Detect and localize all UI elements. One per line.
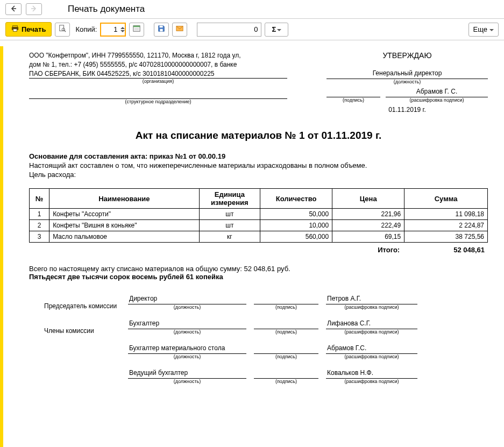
- preview-button[interactable]: [55, 23, 70, 37]
- basis-purpose: Цель расхода:: [29, 171, 488, 179]
- table-row: 2Конфеты "Вишня в коньяке"шт10,000222,49…: [30, 220, 488, 231]
- svg-rect-0: [13, 26, 18, 27]
- template-icon: [133, 25, 140, 34]
- commission-position-caption: (должность): [128, 379, 246, 384]
- cell-qty: 560,000: [260, 231, 332, 243]
- cell-num: 3: [30, 231, 49, 243]
- commission-signature-caption: (подпись): [254, 354, 318, 359]
- commission-row: Бухгалтер материального стола(должность)…: [29, 344, 488, 359]
- summary-line2: Пятьдесят две тысячи сорок восемь рублей…: [29, 273, 488, 281]
- back-button[interactable]: [5, 3, 22, 15]
- approve-title: УТВЕРЖДАЮ: [326, 51, 488, 60]
- commission-signature-field: (подпись): [254, 369, 318, 384]
- document-title: Акт на списание материалов № 1 от 01.11.…: [29, 130, 488, 141]
- cell-name: Масло пальмовое: [49, 231, 199, 243]
- struct-caption: (структурное подразделение): [29, 99, 287, 104]
- cell-unit: шт: [199, 220, 260, 231]
- sigma-label: Σ: [272, 25, 276, 33]
- commission-position-field: Бухгалтер(должность): [128, 320, 246, 335]
- arrow-right-icon: [31, 5, 37, 13]
- copies-spinner[interactable]: [100, 23, 126, 37]
- email-button[interactable]: [172, 23, 187, 37]
- basis-label: Основание для составления акта:: [29, 152, 150, 160]
- commission-name-field: Ковальков Н.Ф.(расшифровка подписи): [326, 369, 417, 384]
- organization-block: ООО "Конфетпром", ИНН 7799555550, 121170…: [29, 51, 287, 113]
- commission-position-caption: (должность): [128, 329, 246, 335]
- basis-text: Настоящий акт составлен о том, что нижеп…: [29, 161, 488, 169]
- total-label: Итого:: [378, 246, 400, 254]
- cell-sum: 2 224,87: [404, 220, 488, 231]
- org-line: ПАО СБЕРБАНК, БИК 044525225, к/с 3010181…: [29, 69, 287, 79]
- preview-icon: [59, 25, 66, 34]
- arrow-left-icon: [10, 5, 17, 13]
- commission-position-caption: (должность): [128, 304, 246, 310]
- cell-price: 222,49: [332, 220, 404, 231]
- commission-name-value: Абрамов Г.С.: [326, 344, 417, 354]
- svg-rect-8: [160, 29, 163, 31]
- document-body: ООО "Конфетпром", ИНН 7799555550, 121170…: [5, 40, 504, 384]
- template-button[interactable]: [129, 23, 144, 37]
- basis-block: Основание для составления акта: приказ №…: [29, 152, 488, 179]
- approve-date: 01.11.2019 г.: [326, 106, 488, 113]
- th-name: Наименование: [49, 189, 199, 209]
- commission-signature-field: (подпись): [254, 320, 318, 335]
- svg-rect-7: [160, 26, 163, 28]
- cell-num: 2: [30, 220, 49, 231]
- cell-num: 1: [30, 209, 49, 220]
- commission-position-value: Бухгалтер материального стола: [128, 344, 246, 354]
- commission-role-label: Председатель комиссии: [29, 302, 120, 310]
- commission-position-value: Бухгалтер: [128, 320, 246, 329]
- sum-button[interactable]: Σ: [265, 23, 288, 37]
- toolbar: Печать Копий: Σ Еще: [0, 19, 504, 40]
- position-value: Генеральный директор: [326, 69, 488, 79]
- summary-line1: Всего по настоящему акту списано материа…: [29, 265, 488, 273]
- commission-position-field: Бухгалтер материального стола(должность): [128, 344, 246, 359]
- commission-position-field: Ведущий бухгалтер(должность): [128, 369, 246, 384]
- svg-rect-2: [13, 29, 17, 31]
- struct-line: [29, 84, 287, 99]
- more-button[interactable]: Еще: [468, 23, 499, 37]
- org-caption: (организация): [29, 79, 287, 84]
- signature-box: [326, 88, 380, 97]
- commission-position-value: Ведущий бухгалтер: [128, 369, 246, 379]
- commission-row: Ведущий бухгалтер(должность)(подпись)Ков…: [29, 369, 488, 384]
- cell-qty: 10,000: [260, 220, 332, 231]
- commission-signature-value: [254, 344, 318, 354]
- org-line: дом № 1, тел.: +7 (495) 5555555, р/с 407…: [29, 60, 287, 69]
- commission-position-field: Директор(должность): [128, 295, 246, 310]
- save-button[interactable]: [154, 23, 169, 37]
- cell-price: 69,15: [332, 231, 404, 243]
- forward-button[interactable]: [26, 3, 42, 15]
- decipher-value: Абрамов Г. С.: [386, 88, 488, 97]
- print-button[interactable]: Печать: [5, 22, 52, 37]
- commission-name-field: Петров А.Г.(расшифровка подписи): [326, 295, 417, 310]
- chevron-down-icon: [489, 25, 494, 33]
- cell-name: Конфеты "Ассорти": [49, 209, 199, 220]
- copies-label: Копий:: [75, 25, 97, 33]
- svg-rect-6: [133, 26, 140, 27]
- table-row: 3Масло пальмовоекг560,00069,1538 725,56: [30, 231, 488, 243]
- cell-sum: 11 098,18: [404, 209, 488, 220]
- commission-name-field: Абрамов Г.С.(расшифровка подписи): [326, 344, 417, 359]
- th-num: №: [30, 189, 49, 209]
- more-button-label: Еще: [473, 25, 487, 33]
- printer-icon: [11, 25, 19, 34]
- number-input[interactable]: [197, 23, 261, 37]
- commission-role-label: Члены комиссии: [29, 327, 120, 335]
- commission-name-caption: (расшифровка подписи): [326, 354, 417, 359]
- commission-block: Председатель комиссииДиректор(должность)…: [29, 295, 488, 384]
- cell-name: Конфеты "Вишня в коньяке": [49, 220, 199, 231]
- spinner-arrows-icon: [120, 26, 125, 33]
- commission-position-value: Директор: [128, 295, 246, 304]
- materials-table: № Наименование Единица измерения Количес…: [29, 188, 488, 243]
- sidebar-stripe: [0, 46, 3, 394]
- commission-row: Председатель комиссииДиректор(должность)…: [29, 295, 488, 310]
- commission-signature-field: (подпись): [254, 295, 318, 310]
- print-button-label: Печать: [22, 25, 46, 33]
- commission-name-caption: (расшифровка подписи): [326, 379, 417, 384]
- th-price: Цена: [332, 189, 404, 209]
- envelope-icon: [176, 25, 183, 34]
- approve-block: УТВЕРЖДАЮ Генеральный директор (должност…: [326, 51, 488, 113]
- chevron-down-icon: [277, 25, 281, 33]
- titlebar: Печать документа: [0, 0, 504, 19]
